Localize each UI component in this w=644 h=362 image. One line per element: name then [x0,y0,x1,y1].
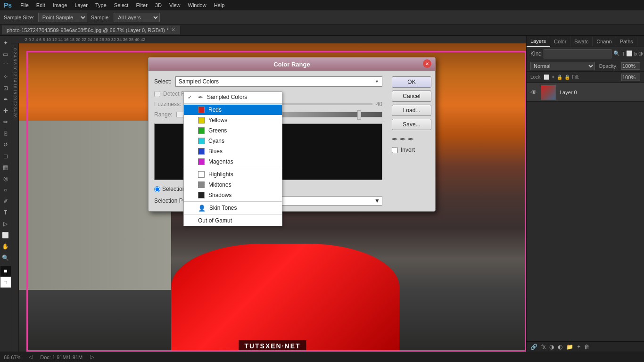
selection-radio[interactable] [154,186,160,192]
tab-channels[interactable]: Chann [593,37,616,46]
dropdown-item-blues[interactable]: Blues [184,146,282,156]
menu-filter[interactable]: Filter [133,1,150,9]
zoom-tool[interactable]: 🔍 [0,253,11,263]
layer-search-input[interactable] [544,49,611,58]
tab-swatches[interactable]: Swatc [570,37,593,46]
crop-tool[interactable]: ⊡ [0,83,11,93]
menu-window[interactable]: Window [185,1,209,9]
text-tool[interactable]: T [0,207,11,218]
color-swatch-midtones [198,181,205,188]
lock-row: Lock: ⬜ ✦ 🔒 🔒 Fill: [527,72,644,83]
lock-pixels-icon[interactable]: ⬜ [544,74,549,80]
dropdown-item-out-of-gamut[interactable]: Out of Gamut [184,215,282,226]
menu-image[interactable]: Image [50,1,70,9]
clone-tool[interactable]: ⎘ [0,128,11,139]
pen-tool[interactable]: ✐ [0,196,11,206]
hand-tool[interactable]: ✋ [0,241,11,252]
menu-3d[interactable]: 3D [152,1,165,9]
add-mask-button[interactable]: ◑ [549,344,554,350]
lock-art-icon[interactable]: 🔒 [557,74,562,80]
adjustment-layer-button[interactable]: ◐ [558,344,562,350]
dropdown-label-gamut: Out of Gamut [198,217,232,224]
group-layers-button[interactable]: 📁 [566,344,573,350]
dropdown-item-midtones[interactable]: Midtones [184,180,282,190]
background-color[interactable]: □ [0,277,11,288]
eyedropper-add-icon[interactable]: ✒ [400,135,406,144]
delete-layer-button[interactable]: 🗑 [584,344,590,350]
move-tool[interactable]: ✦ [0,38,11,48]
select-label: Select: [154,78,172,85]
heal-tool[interactable]: ✚ [0,106,11,116]
eraser-tool[interactable]: ◻ [0,151,11,161]
menu-type[interactable]: Type [92,1,109,9]
eyedropper-sample-icon[interactable]: ✒ [392,135,398,144]
selection-radio-item[interactable]: Selection [154,186,185,192]
lock-all-icon[interactable]: 🔒 [564,74,570,80]
layer-visibility-icon[interactable]: 👁 [530,89,537,96]
blur-tool[interactable]: ◎ [0,173,11,184]
blend-mode-select[interactable]: Normal Multiply Screen [530,62,595,70]
marquee-tool[interactable]: ▭ [0,49,11,59]
menu-select[interactable]: Select [111,1,132,9]
lasso-tool[interactable]: ⌒ [0,60,11,71]
menu-layer[interactable]: Layer [72,1,91,9]
link-layers-button[interactable]: 🔗 [530,344,537,350]
panel-tabs: Layers Color Swatc Chann Paths [527,36,644,47]
lock-position-icon[interactable]: ✦ [551,74,555,80]
select-dropdown[interactable]: Sampled Colors ▼ [175,76,382,87]
fuzziness-label: Fuzziness: [154,101,181,107]
path-tool[interactable]: ▷ [0,219,11,229]
eyedropper-tool[interactable]: ✒ [0,94,11,105]
color-select-dropdown-menu[interactable]: ✓ ✒ Sampled Colors Reds [183,91,282,226]
shape-tool[interactable]: ⬜ [0,230,11,240]
invert-label: Invert [401,147,415,153]
dropdown-item-highlights[interactable]: Highlights [184,169,282,180]
layer-item-0[interactable]: 👁 Layer 0 [527,83,644,102]
divider-3 [184,201,282,202]
status-nav-right[interactable]: ▷ [90,354,94,360]
invert-checkbox[interactable] [392,147,398,153]
dropdown-item-skin-tones[interactable]: 👤 Skin Tones [184,203,282,213]
fill-input[interactable] [621,74,640,81]
document-tab[interactable]: photo-1527247043589-98e6ac08f56c.jpg @ 6… [2,25,181,34]
dialog-close-button[interactable]: ✕ [423,59,431,68]
menu-view[interactable]: View [166,1,183,9]
sample-size-select[interactable]: Point Sample 3 by 3 Average 5 by 5 Avera… [38,13,87,22]
fx-button[interactable]: fx [541,344,545,350]
save-button[interactable]: Save... [392,119,431,130]
dropdown-item-yellows[interactable]: Yellows [184,115,282,125]
ok-button[interactable]: OK [392,76,431,88]
color-range-dialog[interactable]: Color Range ✕ Select: Sampled Colors ▼ [148,57,436,212]
dropdown-item-cyans[interactable]: Cyans [184,136,282,146]
menu-edit[interactable]: Edit [33,1,48,9]
dialog-titlebar: Color Range ✕ [149,58,435,71]
sample-select[interactable]: All Layers Current Layer [114,13,160,22]
status-nav-left[interactable]: ◁ [29,354,33,360]
tab-close-button[interactable]: ✕ [171,27,175,33]
magic-wand-tool[interactable]: ✧ [0,72,11,82]
eyedropper-subtract-icon[interactable]: ✒ [408,135,414,144]
dropdown-item-sampled[interactable]: ✓ ✒ Sampled Colors [184,92,282,102]
dropdown-item-shadows[interactable]: Shadows [184,190,282,200]
tab-color[interactable]: Color [550,37,570,46]
dropdown-item-greens[interactable]: Greens [184,125,282,136]
range-label: Range: [154,111,173,118]
menu-file[interactable]: File [17,1,32,9]
gradient-tool[interactable]: ▦ [0,162,11,173]
blend-mode-row: Normal Multiply Screen Opacity: [527,60,644,72]
cancel-button[interactable]: Cancel [392,90,431,102]
detect-faces-checkbox[interactable] [154,91,160,97]
dodge-tool[interactable]: ○ [0,185,11,195]
history-brush-tool[interactable]: ↺ [0,140,11,150]
tab-paths[interactable]: Paths [616,37,637,46]
opacity-input[interactable] [621,62,640,70]
load-button[interactable]: Load... [392,105,431,116]
new-layer-button[interactable]: + [577,344,580,350]
brush-tool[interactable]: ✏ [0,117,11,127]
dropdown-item-magentas[interactable]: Magentas [184,156,282,167]
menu-help[interactable]: Help [211,1,228,9]
dropdown-item-reds[interactable]: Reds [184,105,282,115]
tab-layers[interactable]: Layers [527,36,550,47]
foreground-color[interactable]: ■ [0,266,11,276]
fill-label: Fill: [572,74,619,80]
